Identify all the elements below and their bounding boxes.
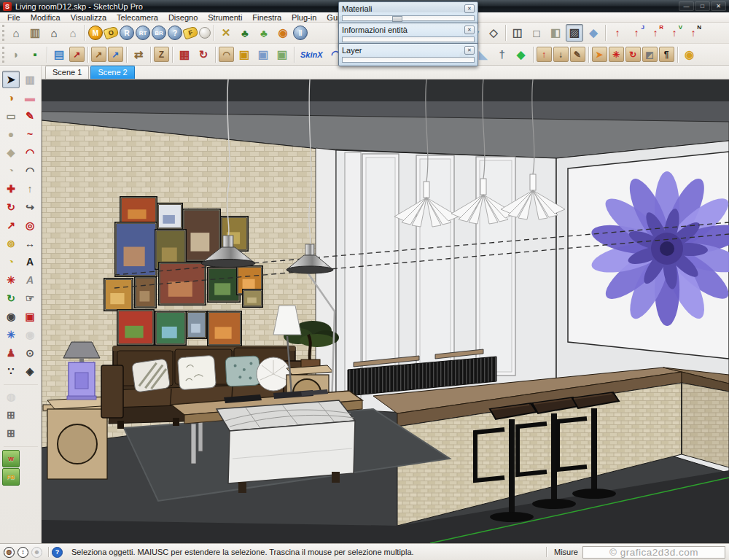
house-outline-icon[interactable]: ⌂ [64, 24, 82, 42]
entity-info-field[interactable] [342, 36, 475, 42]
scale-tool[interactable]: ↗ [2, 217, 20, 234]
pie-tool[interactable]: ◔ [2, 162, 20, 179]
shell-icon[interactable]: ◗ [7, 46, 25, 63]
position-camera-tool[interactable]: ♟ [2, 344, 20, 362]
zoom-previous-tool[interactable]: ◉ [21, 326, 39, 343]
scene-tab-scene-2[interactable]: Scene 2 [90, 66, 134, 79]
textured-style-icon[interactable]: ▨ [566, 24, 583, 42]
tape-measure-tool[interactable]: ⊚ [2, 235, 20, 252]
followme-tool[interactable]: ↪ [21, 198, 39, 216]
terrain-rotate-icon[interactable]: ↻ [625, 47, 641, 62]
close-icon[interactable]: ✕ [464, 46, 475, 55]
select-tool[interactable]: ➤ [2, 71, 20, 88]
menu-strumenti[interactable]: Strumenti [203, 12, 247, 23]
home-icon[interactable]: ⌂ [45, 24, 63, 42]
pushpull-tool[interactable]: ↑ [21, 180, 39, 198]
new-house-icon[interactable]: ⌂ [7, 24, 25, 42]
tag-f-icon[interactable]: F [182, 26, 198, 39]
menu-disegno[interactable]: Disegno [163, 12, 203, 23]
sandbox-stamp-icon[interactable]: ✎ [570, 47, 585, 62]
skinx-logo[interactable]: SkinX [297, 46, 326, 63]
rotate-tool[interactable]: ↻ [2, 198, 20, 216]
frame-square-icon[interactable]: ⊞ [2, 424, 20, 442]
badge-rt-icon[interactable]: RT [136, 26, 150, 40]
offset-tool[interactable]: ◎ [21, 217, 39, 234]
palette-materials-header[interactable]: Materiali ✕ [339, 2, 477, 14]
move-tool[interactable]: ✚ [2, 180, 20, 198]
sandbox-up-icon[interactable]: ↑ [537, 47, 552, 62]
zoom-tool[interactable]: ◉ [2, 308, 20, 325]
walk-tool[interactable]: ∵ [2, 362, 20, 380]
maximize-button[interactable]: □ [695, 1, 710, 11]
roundcorner-yellow-icon[interactable]: ▣ [235, 46, 253, 63]
import-tree-icon[interactable]: ♣ [255, 24, 273, 42]
pushpull-vector-icon[interactable]: ↗ [69, 47, 85, 62]
export-tree-icon[interactable]: ♣ [236, 24, 254, 42]
layer-up-n-icon[interactable]: ↑N [685, 24, 702, 42]
sphere-icon[interactable] [199, 27, 211, 39]
record-icon[interactable]: ◍ [2, 388, 20, 405]
badge-br-icon[interactable]: BR [152, 26, 166, 40]
layer-up-r-icon[interactable]: ↑R [647, 24, 664, 42]
make-component-tool[interactable]: ▥ [21, 71, 39, 88]
menu-plugin[interactable]: Plug-in [286, 12, 321, 23]
roundcorner-green-icon[interactable]: ▣ [273, 46, 291, 63]
layer-up-v-icon[interactable]: ↑V [666, 24, 683, 42]
credits-icon[interactable]: ↕ [17, 547, 28, 558]
layer-up-j-icon[interactable]: ↑J [628, 24, 645, 42]
monochrome-style-icon[interactable]: ◆ [585, 24, 602, 42]
fold-curve-icon[interactable]: ◠ [219, 47, 234, 62]
pause-icon[interactable]: ‖ [293, 26, 308, 40]
wireframe-style-icon[interactable]: ◇ [485, 24, 502, 42]
solid-green-icon[interactable]: ◆ [512, 46, 530, 63]
menu-telecamera[interactable]: Telecamera [112, 12, 163, 23]
close-icon[interactable]: ✕ [464, 4, 475, 13]
back-edges-style-icon[interactable]: ◫ [509, 24, 526, 42]
rgb-box-icon[interactable]: ▦ [176, 46, 193, 63]
circle-tool[interactable]: ● [2, 125, 20, 143]
look-around-tool[interactable]: ⊙ [21, 344, 39, 362]
compass-icon[interactable]: ◉ [274, 24, 292, 42]
pan-tool[interactable]: ☞ [21, 289, 39, 307]
dimension-tool[interactable]: ↔ [21, 235, 39, 252]
minimize-button[interactable]: — [679, 1, 694, 11]
terrain-pinwheel-icon[interactable]: ✳ [609, 47, 624, 62]
materials-slider[interactable] [342, 15, 475, 21]
close-button[interactable]: ✕ [711, 1, 726, 11]
grass-w-icon[interactable]: W [2, 450, 20, 467]
menu-file[interactable]: File [2, 12, 26, 23]
arc-tool[interactable]: ◠ [21, 144, 39, 161]
menu-finestra[interactable]: Finestra [247, 12, 286, 23]
viewport-3d[interactable] [42, 79, 729, 543]
scene-tab-scene-1[interactable]: Scene 1 [45, 66, 89, 79]
grass-fb-icon[interactable]: FB [2, 468, 20, 486]
terrain-select-icon[interactable]: ➤ [592, 47, 607, 62]
menu-visualizza[interactable]: Visualizza [66, 12, 112, 23]
user-icon[interactable]: ☻ [31, 547, 42, 558]
paint-bucket-tool[interactable]: ◑ [2, 89, 20, 106]
help-icon[interactable]: ? [52, 547, 63, 558]
zoom-extents-tool[interactable]: ✳ [2, 326, 20, 343]
pushpull-round-icon[interactable]: ↗ [91, 47, 106, 62]
mini-cube-icon[interactable]: ▪ [26, 46, 44, 63]
twist-box-icon[interactable]: Z [154, 47, 169, 62]
geolocation-icon[interactable]: ◍ [4, 547, 15, 558]
sandbox-smoove-icon[interactable]: ↓ [553, 47, 569, 62]
rectangle-tool[interactable]: ▭ [2, 107, 20, 125]
refresh-icon[interactable]: ↻ [195, 46, 212, 63]
zoom-window-tool[interactable]: ▣ [21, 308, 39, 325]
menu-modifica[interactable]: Modifica [26, 12, 66, 23]
turn-tool[interactable]: ◈ [21, 362, 39, 380]
measurements-input[interactable]: © grafica2d3d.com [582, 546, 725, 559]
badge-m-icon[interactable]: M [88, 26, 103, 40]
palette-entity-info-header[interactable]: Informazioni entità ✕ [339, 23, 477, 35]
orbit-tool[interactable]: ↻ [2, 289, 20, 307]
terrain-erase-icon[interactable]: ◩ [642, 47, 658, 62]
roundcorner-blue-icon[interactable]: ▣ [254, 46, 272, 63]
eraser-tool[interactable]: ▬ [21, 89, 39, 106]
freehand-tool[interactable]: ~ [21, 125, 39, 143]
arc2-tool[interactable]: ◠ [21, 162, 39, 179]
layer-field[interactable] [342, 57, 475, 63]
polygon-tool[interactable]: ◆ [2, 144, 20, 161]
shaded-style-icon[interactable]: ◧ [547, 24, 564, 42]
